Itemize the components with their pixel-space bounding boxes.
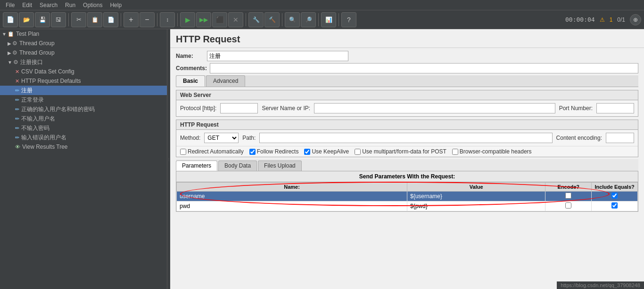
sidebar-item-register-api[interactable]: ▼ ⚙ 注册接口 [0, 57, 167, 67]
param-encode-cell[interactable] [545, 192, 592, 201]
add-button[interactable]: + [124, 12, 139, 27]
warning-count: 1 [610, 16, 613, 23]
sidebar-item-label: Thread Group [19, 49, 55, 56]
cut-button[interactable]: ✂ [71, 12, 86, 27]
reset-button[interactable]: 🔎 [301, 12, 316, 27]
table-row[interactable]: username ${username} [177, 192, 638, 201]
sidebar-item-test-plan[interactable]: ▼ 📋 Test Plan [0, 29, 167, 39]
table-row[interactable]: pwd ${pwd} [177, 201, 638, 211]
param-encode-cell[interactable] [545, 201, 592, 211]
tab-basic[interactable]: Basic [176, 75, 205, 87]
warning-icon: ⚠ [600, 16, 605, 23]
method-select[interactable]: GET POST PUT DELETE [204, 133, 239, 143]
start-no-pause-button[interactable]: ▶▶ [196, 12, 211, 27]
protocol-input[interactable] [220, 103, 258, 113]
server-input[interactable] [314, 103, 555, 113]
keep-alive-checkbox[interactable] [304, 149, 310, 155]
sidebar-item-no-username[interactable]: ✏ 不输入用户名 [0, 114, 167, 123]
encode-checkbox[interactable] [565, 193, 571, 199]
sidebar-item-thread-group-2[interactable]: ▶ ⚙ Thread Group [0, 48, 167, 57]
sidebar-item-csv-config[interactable]: ✕ CSV Data Set Config [0, 67, 167, 76]
view-results-icon: 👁 [15, 144, 20, 150]
remove-button[interactable]: − [140, 12, 155, 27]
comments-input[interactable] [210, 63, 638, 73]
new-button[interactable]: 📄 [3, 12, 18, 27]
multipart-label[interactable]: Use multipart/form-data for POST [355, 148, 446, 155]
templates-button[interactable]: 📊 [321, 12, 336, 27]
toolbar: 📄 📂 💾 🖫 ✂ 📋 📄 + − ↕ ▶ ▶▶ ⬛ ✕ 🔧 🔨 🔍 🔎 📊 ?… [0, 10, 644, 29]
menu-search[interactable]: Search [36, 1, 61, 9]
param-value-cell[interactable]: ${username} [407, 192, 545, 201]
copy-button[interactable]: 📋 [87, 12, 102, 27]
save-button[interactable]: 🖫 [51, 12, 66, 27]
help-button[interactable]: ? [341, 12, 356, 27]
encode-checkbox[interactable] [565, 202, 571, 209]
menu-edit[interactable]: Edit [18, 1, 36, 9]
param-name-cell[interactable]: username [177, 192, 407, 201]
include-equals-checkbox[interactable] [611, 193, 618, 199]
redirect-auto-text: Redirect Automatically [188, 148, 244, 155]
menu-file[interactable]: File [2, 1, 18, 9]
sub-tab-body-data[interactable]: Body Data [218, 161, 257, 171]
param-name-cell[interactable]: pwd [177, 201, 407, 211]
param-equals-cell[interactable] [592, 201, 638, 211]
menu-run[interactable]: Run [61, 1, 79, 9]
keep-alive-label[interactable]: Use KeepAlive [304, 148, 349, 155]
sidebar-item-no-password[interactable]: ✏ 不输入密码 [0, 123, 167, 133]
save-as-button[interactable]: 💾 [35, 12, 50, 27]
shutdown-button[interactable]: ✕ [228, 12, 243, 27]
param-equals-cell[interactable] [592, 192, 638, 201]
paste-button[interactable]: 📄 [103, 12, 118, 27]
sub-tab-bar: Parameters Body Data Files Upload [176, 159, 638, 171]
expand-icon: ▼ [2, 32, 7, 37]
col-encode: Encode? [545, 183, 592, 192]
port-input[interactable] [596, 103, 634, 113]
menu-help[interactable]: Help [106, 1, 125, 9]
stop-button[interactable]: ⬛ [212, 12, 227, 27]
redirect-auto-checkbox[interactable] [180, 149, 186, 155]
statusbar: https://blog.csdn.net/qq_37908248 [557, 281, 644, 289]
sub-tab-files-upload[interactable]: Files Upload [258, 161, 302, 171]
redirect-auto-label[interactable]: Redirect Automatically [180, 148, 244, 155]
register-icon: ✏ [15, 88, 19, 94]
params-table: Name: Value Encode? Include Equals? user… [176, 182, 638, 211]
remote-button[interactable]: ⊕ [630, 14, 641, 25]
menubar: File Edit Search Run Options Help [0, 0, 644, 10]
sidebar-item-view-results[interactable]: 👁 View Results Tree [0, 142, 167, 152]
sidebar-item-register[interactable]: ✏ 注册 [0, 86, 167, 95]
method-dropdown[interactable]: GET POST PUT DELETE [204, 133, 239, 143]
clear-all-button[interactable]: 🔨 [264, 12, 280, 27]
sidebar-item-wrong-username[interactable]: ✏ 输入错误的用户名 [0, 133, 167, 142]
panel-body: Name: Comments: Basic Advanced Web Serve… [170, 48, 644, 215]
menu-options[interactable]: Options [79, 1, 106, 9]
no-password-icon: ✏ [15, 125, 19, 131]
toolbar-sep2 [121, 13, 121, 26]
name-input[interactable] [207, 51, 348, 61]
browser-compat-label[interactable]: Browser-compatible headers [452, 148, 532, 155]
sidebar-item-normal-login[interactable]: ✏ 正常登录 [0, 95, 167, 104]
follow-redirects-checkbox[interactable] [249, 149, 256, 155]
sidebar-item-http-defaults[interactable]: ✕ HTTP Request Defaults [0, 76, 167, 86]
server-label: Server Name or IP: [262, 105, 310, 112]
encoding-input[interactable] [606, 133, 634, 143]
toolbar-sep3 [157, 13, 157, 26]
search-toolbar-button[interactable]: 🔍 [285, 12, 300, 27]
toolbar-sep7 [318, 13, 319, 26]
tab-advanced[interactable]: Advanced [206, 75, 245, 87]
multipart-checkbox[interactable] [355, 149, 361, 155]
toggle-button[interactable]: ↕ [160, 12, 175, 27]
open-button[interactable]: 📂 [19, 12, 34, 27]
param-value-cell[interactable]: ${pwd} [407, 201, 545, 211]
sidebar-item-thread-group-1[interactable]: ▶ ⚙ Thread Group [0, 39, 167, 48]
sub-tab-parameters[interactable]: Parameters [176, 161, 217, 171]
sidebar-item-wrong-pwd[interactable]: ✏ 正确的输入用户名和错的密码 [0, 104, 167, 114]
name-row: Name: [176, 51, 638, 61]
thread-group-icon: ⚙ [12, 49, 17, 56]
browser-compat-checkbox[interactable] [452, 149, 458, 155]
path-input[interactable] [259, 133, 552, 143]
toolbar-sep6 [282, 13, 282, 26]
start-button[interactable]: ▶ [180, 12, 195, 27]
follow-redirects-label[interactable]: Follow Redirects [249, 148, 299, 155]
include-equals-checkbox[interactable] [611, 202, 618, 209]
clear-button[interactable]: 🔧 [248, 12, 264, 27]
